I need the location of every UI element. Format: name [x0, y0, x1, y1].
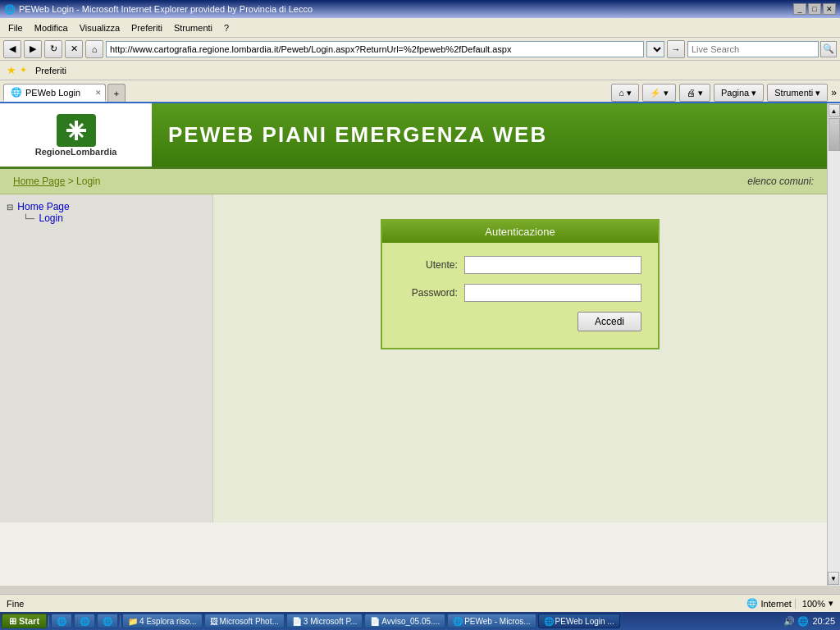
toolbar-right: ⌂ ▾ ⚡ ▾ 🖨 ▾ Pagina ▾ Strumenti ▾ » [611, 84, 837, 102]
utente-input[interactable] [464, 256, 641, 274]
refresh-button[interactable]: ↻ [44, 40, 62, 58]
search-bar: 🔍 [687, 41, 837, 57]
home-toolbar-button[interactable]: ⌂ ▾ [611, 84, 639, 102]
window-title: PEWeb Login - Microsoft Internet Explore… [19, 4, 313, 14]
title-bar: 🌐 PEWeb Login - Microsoft Internet Explo… [0, 0, 840, 18]
accedi-button[interactable]: Accedi [578, 312, 641, 331]
menu-visualizza[interactable]: Visualizza [75, 21, 125, 34]
site-content: RegioneLombardia PEWEB PIANI EMERGENZA W… [0, 103, 827, 523]
tab-favicon: 🌐 [11, 87, 22, 98]
tree-child-login: └─ Login [7, 212, 206, 224]
tools-toolbar-button[interactable]: Strumenti ▾ [767, 84, 828, 102]
breadcrumb: Home Page > Login [13, 176, 100, 187]
password-input[interactable] [464, 284, 641, 302]
tree-login-link[interactable]: Login [39, 212, 63, 224]
header-title: PEWEB PIANI EMERGENZA WEB [168, 122, 547, 148]
address-dropdown[interactable] [646, 41, 664, 57]
browser-icon: 🌐 [4, 4, 16, 15]
login-box: Autenticazione Utente: Password: Accedi [381, 219, 660, 349]
password-label: Password: [399, 287, 458, 299]
search-button[interactable]: 🔍 [820, 41, 837, 57]
tab-title: PEWeb Login [25, 88, 80, 98]
sidebar: ⊟ Home Page └─ Login [0, 194, 213, 523]
password-row: Password: [399, 284, 641, 302]
region-logo-icon [57, 114, 96, 147]
title-bar-left: 🌐 PEWeb Login - Microsoft Internet Explo… [4, 4, 313, 15]
scroll-down-button[interactable]: ▼ [828, 572, 839, 585]
elenco-comuni: elenco comuni: [747, 176, 814, 187]
back-button[interactable]: ◀ [3, 40, 21, 58]
menu-strumenti[interactable]: Strumenti [169, 21, 217, 34]
main-layout: ⊟ Home Page └─ Login Autenticazione Uten… [0, 194, 827, 523]
login-body: Utente: Password: Accedi [382, 243, 658, 348]
menu-file[interactable]: File [3, 21, 28, 34]
login-header: Autenticazione [382, 221, 658, 243]
menu-preferiti[interactable]: Preferiti [126, 21, 167, 34]
stop-button[interactable]: ✕ [65, 40, 83, 58]
toolbar-expand-button[interactable]: » [831, 87, 837, 98]
menu-help[interactable]: ? [219, 21, 234, 34]
logo-area: RegioneLombardia [0, 103, 152, 167]
content-area: Autenticazione Utente: Password: Accedi [213, 194, 827, 523]
page-toolbar-button[interactable]: Pagina ▾ [714, 84, 764, 102]
maximize-button[interactable]: □ [808, 3, 821, 15]
scroll-up-button[interactable]: ▲ [829, 104, 840, 117]
breadcrumb-separator: > [68, 176, 76, 187]
site-header: RegioneLombardia PEWEB PIANI EMERGENZA W… [0, 103, 827, 169]
breadcrumb-home[interactable]: Home Page [13, 176, 65, 187]
address-input[interactable] [106, 41, 644, 57]
logo-text: RegioneLombardia [35, 147, 117, 157]
tree-root-link[interactable]: Home Page [17, 201, 69, 212]
forward-button[interactable]: ▶ [24, 40, 42, 58]
home-button[interactable]: ⌂ [85, 40, 103, 58]
utente-row: Utente: [399, 256, 641, 274]
tab-bar: 🌐 PEWeb Login ✕ + ⌂ ▾ ⚡ ▾ 🖨 ▾ Pagina ▾ S… [0, 80, 840, 103]
new-tab-button[interactable]: + [107, 84, 126, 102]
active-tab[interactable]: 🌐 PEWeb Login ✕ [3, 84, 106, 102]
add-tab-favorites-icon[interactable]: ✦ [20, 65, 27, 75]
print-toolbar-button[interactable]: 🖨 ▾ [679, 84, 710, 102]
tree-root: ⊟ Home Page [7, 201, 206, 212]
header-banner: PEWEB PIANI EMERGENZA WEB [152, 103, 827, 167]
title-bar-controls: _ □ ✕ [793, 3, 836, 15]
logo-svg [63, 117, 89, 144]
tree-leaf-icon: └─ [23, 214, 34, 223]
address-bar: → [106, 40, 685, 58]
minimize-button[interactable]: _ [793, 3, 806, 15]
submit-row: Accedi [399, 312, 641, 331]
menu-modifica[interactable]: Modifica [30, 21, 73, 34]
scroll-thumb[interactable] [829, 118, 840, 151]
favorites-bar: ★ ✦ Preferiti [0, 61, 840, 80]
scrollbar[interactable]: ▲ ▼ [827, 103, 840, 586]
add-favorites-icon[interactable]: ★ [7, 64, 16, 76]
tree-expand-icon[interactable]: ⊟ [7, 203, 13, 212]
logo-box: RegioneLombardia [35, 114, 117, 157]
menu-bar: File Modifica Visualizza Preferiti Strum… [0, 18, 840, 38]
nav-bar: ◀ ▶ ↻ ✕ ⌂ → 🔍 [0, 38, 840, 61]
navigate-button[interactable]: → [667, 40, 685, 58]
page-area: RegioneLombardia PEWEB PIANI EMERGENZA W… [0, 103, 840, 586]
tab-close-button[interactable]: ✕ [95, 89, 102, 97]
close-button[interactable]: ✕ [823, 3, 836, 15]
favorites-label[interactable]: Preferiti [30, 64, 71, 77]
breadcrumb-area: Home Page > Login elenco comuni: [0, 169, 827, 194]
breadcrumb-current: Login [76, 176, 100, 187]
feeds-toolbar-button[interactable]: ⚡ ▾ [642, 84, 676, 102]
utente-label: Utente: [399, 259, 458, 271]
search-input[interactable] [687, 41, 819, 57]
